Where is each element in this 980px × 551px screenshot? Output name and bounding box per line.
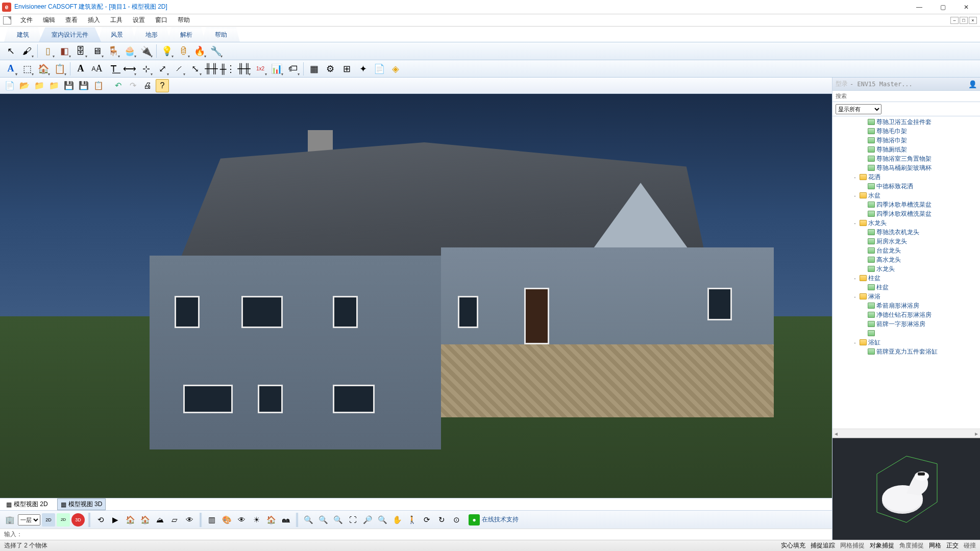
settings-doc-icon[interactable]: 📄	[372, 61, 387, 77]
menu-edit[interactable]: 编辑	[38, 14, 60, 26]
fireplace-icon[interactable]: 🔥	[192, 43, 207, 59]
dim-baseline-icon[interactable]: ╫⋮	[220, 61, 235, 77]
help-icon[interactable]: ?	[156, 79, 169, 92]
walk-icon[interactable]: 🚶	[405, 513, 419, 527]
orbit-icon[interactable]: ⟳	[420, 513, 433, 527]
tree-item[interactable]: 尊驰厕纸架	[832, 145, 980, 154]
status-collision[interactable]: 碰撞	[964, 541, 976, 550]
render-eye-icon[interactable]: 👁	[235, 513, 248, 527]
tab-interior[interactable]: 室内设计元件	[39, 28, 101, 42]
mode-2d-icon[interactable]: 2D	[42, 513, 55, 527]
menu-insert[interactable]: 插入	[83, 14, 105, 26]
tree-item[interactable]: 尊驰马桶刷架玻璃杯	[832, 163, 980, 172]
viewtab-3d[interactable]: ▦模型视图 3D	[57, 498, 106, 510]
render-h1-icon[interactable]: 🏠	[264, 513, 278, 527]
tree-item[interactable]: 箭牌一字形淋浴房	[832, 319, 980, 329]
menu-help[interactable]: 帮助	[173, 14, 195, 26]
dim-scale-icon[interactable]: 1x2	[253, 61, 268, 77]
tree-item[interactable]: -水盆	[832, 191, 980, 200]
plumbing-icon[interactable]: 🛢	[176, 43, 191, 59]
save-icon[interactable]: 💾	[62, 79, 76, 92]
catalog-tree[interactable]: 尊驰卫浴五金挂件套尊驰毛巾架尊驰浴巾架尊驰厕纸架尊驰浴室三角置物架尊驰马桶刷架玻…	[832, 116, 980, 429]
menu-view[interactable]: 查看	[60, 14, 83, 26]
render-sun-icon[interactable]: ☀	[250, 513, 263, 527]
mdi-minimize-button[interactable]: –	[950, 17, 959, 24]
dim-continue-icon[interactable]: ╫╫	[236, 61, 252, 77]
visibility-icon[interactable]: 👁	[183, 513, 196, 527]
tree-item[interactable]: -水龙头	[832, 218, 980, 228]
fixture-icon[interactable]: 🧁	[122, 43, 137, 59]
settings-grid-icon[interactable]: ▦	[306, 61, 322, 77]
tree-item[interactable]: -浴缸	[832, 338, 980, 347]
menu-file[interactable]: 文件	[15, 14, 38, 26]
render-h2-icon[interactable]: 🏘	[279, 513, 292, 527]
command-input-bar[interactable]: 输入：	[0, 529, 832, 540]
dim-angle-icon[interactable]: ⤢	[155, 61, 170, 77]
dim-arc-icon[interactable]: ⟋	[171, 61, 186, 77]
saveas-icon[interactable]: 💾	[77, 79, 90, 92]
window-icon[interactable]: ◧	[57, 43, 72, 59]
tree-item[interactable]: 中德标致花洒	[832, 182, 980, 191]
tree-item[interactable]: 净德仕钻石形淋浴房	[832, 310, 980, 319]
paint-tool-icon[interactable]: 🖌	[19, 43, 35, 59]
status-ortho[interactable]: 正交	[946, 541, 959, 550]
viewport-3d[interactable]	[0, 94, 832, 498]
support-link[interactable]: ● 在线技术支持	[469, 514, 519, 525]
tree-item[interactable]: 箭牌亚克力五件套浴缸	[832, 347, 980, 356]
tab-terrain[interactable]: 地形	[133, 28, 170, 42]
dim-chain-icon[interactable]: ╫╫	[204, 61, 219, 77]
tree-item[interactable]: 水龙头	[832, 264, 980, 273]
tree-item[interactable]: 希箭扇形淋浴房	[832, 301, 980, 310]
export-icon[interactable]: 📋	[92, 79, 105, 92]
menu-tools[interactable]: 工具	[105, 14, 128, 26]
mdi-restore-button[interactable]: □	[960, 17, 968, 24]
tree-item[interactable]: 柱盆	[832, 283, 980, 292]
maximize-button[interactable]: ▢	[931, 0, 954, 14]
tree-item[interactable]	[832, 329, 980, 338]
tree-item[interactable]: 尊驰卫浴五金挂件套	[832, 117, 980, 127]
orbit2-icon[interactable]: ↻	[435, 513, 448, 527]
zoom-out-icon[interactable]: 🔍	[316, 513, 330, 527]
redo-icon[interactable]: ↷	[126, 79, 139, 92]
camera-orbit-icon[interactable]: ⟲	[94, 513, 107, 527]
appliance-icon[interactable]: 🖥	[89, 43, 105, 59]
text-a-icon[interactable]: A	[73, 61, 88, 77]
floor-settings-icon[interactable]: 🏢	[3, 513, 16, 527]
tag-icon[interactable]: 🏷	[285, 61, 301, 77]
leader-icon[interactable]: ⬚	[19, 61, 35, 77]
hvac-icon[interactable]: 🔧	[208, 43, 224, 59]
catalog-hscroll[interactable]: ◂▸	[832, 429, 980, 438]
note-list-icon[interactable]: 📋	[52, 61, 67, 77]
render-shade-icon[interactable]: 🎨	[220, 513, 233, 527]
mdi-close-button[interactable]: ×	[969, 17, 977, 24]
zoom-window-icon[interactable]: 🔍	[331, 513, 345, 527]
camera-play-icon[interactable]: ▶	[109, 513, 122, 527]
tree-item[interactable]: 四季沐歌双槽洗菜盆	[832, 209, 980, 218]
cabinet-icon[interactable]: 🗄	[73, 43, 88, 59]
settings-gear-icon[interactable]: ⚙	[323, 61, 338, 77]
camera-house1-icon[interactable]: 🏠	[124, 513, 137, 527]
tree-item[interactable]: 台盆龙头	[832, 246, 980, 255]
status-objsnap[interactable]: 对象捕捉	[870, 541, 894, 550]
tab-analysis[interactable]: 解析	[167, 28, 205, 42]
tab-help[interactable]: 帮助	[202, 28, 240, 42]
zoom-extents-icon[interactable]: ⛶	[346, 513, 359, 527]
mode-a2d-icon[interactable]: 2D	[57, 513, 70, 527]
text-style-icon[interactable]: AA	[89, 61, 105, 77]
mode-3d-icon[interactable]: 3D	[71, 513, 85, 527]
dim-linear-icon[interactable]: ⟷	[122, 61, 137, 77]
undo-icon[interactable]: ↶	[111, 79, 125, 92]
status-anglesnap[interactable]: 角度捕捉	[899, 541, 924, 550]
schedule-icon[interactable]: 📊	[269, 61, 284, 77]
minimize-button[interactable]: —	[908, 0, 931, 14]
status-snaptrack[interactable]: 捕捉追踪	[811, 541, 835, 550]
close-button[interactable]: ✕	[954, 0, 978, 14]
tree-item[interactable]: -花洒	[832, 172, 980, 182]
new-icon[interactable]: 📄	[3, 79, 16, 92]
folder-icon[interactable]: 📁	[47, 79, 61, 92]
camera-roof-icon[interactable]: ⛰	[153, 513, 166, 527]
dim-align-icon[interactable]: ⊹	[138, 61, 154, 77]
tree-item[interactable]: 四季沐歌单槽洗菜盆	[832, 200, 980, 209]
light-icon[interactable]: 💡	[159, 43, 175, 59]
layers-icon[interactable]: ◈	[388, 61, 403, 77]
